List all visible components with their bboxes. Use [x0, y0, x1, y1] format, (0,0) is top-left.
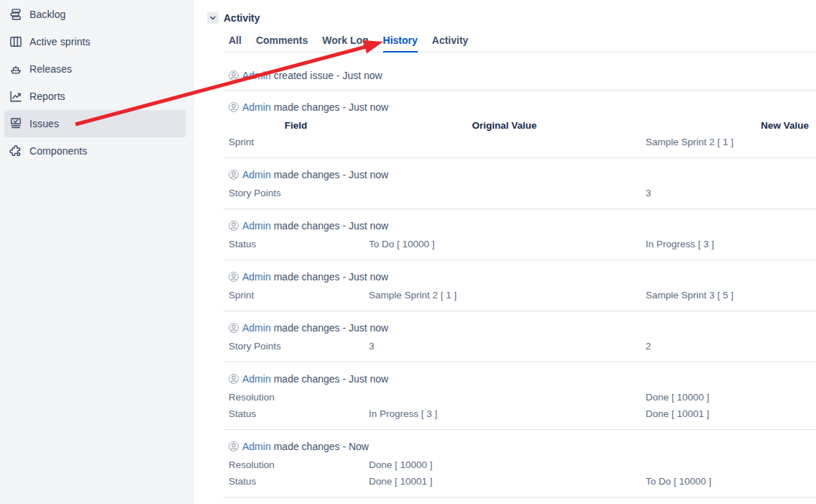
new-value-cell: Sample Sprint 3 [ 5 ]	[640, 287, 816, 303]
collapse-activity-button[interactable]	[207, 12, 219, 24]
user-avatar-icon	[229, 102, 239, 112]
new-value-column-header: New Value	[640, 117, 816, 134]
original-value-cell: Done [ 10001 ]	[363, 473, 640, 490]
sidebar-item-reports[interactable]: Reports	[4, 83, 186, 110]
user-link[interactable]: Admin	[242, 101, 271, 113]
history-entry: Admin made changes - Just now FieldOrigi…	[223, 91, 816, 158]
tab-history[interactable]: History	[383, 35, 418, 52]
user-link[interactable]: Admin	[242, 220, 271, 232]
entry-action-text: made changes - Just now	[274, 271, 389, 283]
history-entry: Admin created issue - Just now	[223, 59, 816, 91]
change-row: SprintSample Sprint 2 [ 1 ]Sample Sprint…	[223, 287, 816, 303]
sidebar-item-issues[interactable]: Issues	[4, 110, 186, 137]
user-link[interactable]: Admin	[242, 373, 271, 385]
user-avatar-icon	[229, 170, 239, 180]
change-row: StatusTo Do [ 10000 ]In Progress [ 3 ]	[223, 236, 816, 252]
entry-header: Admin made changes - Just now	[223, 100, 816, 114]
activity-tabs: All Comments Work Log History Activity	[223, 35, 816, 52]
tab-all[interactable]: All	[229, 35, 242, 52]
original-value-cell: In Progress [ 3 ]	[363, 406, 640, 422]
field-column-header: Field	[223, 117, 363, 134]
entry-action-text: created issue - Just now	[274, 70, 382, 81]
sidebar-item-releases[interactable]: Releases	[4, 55, 186, 83]
activity-section-title: Activity	[224, 12, 260, 24]
field-cell: Resolution	[223, 389, 363, 406]
sidebar-item-label: Releases	[29, 63, 72, 75]
entry-header: Admin made changes - Just now	[223, 219, 816, 233]
changes-table: Story Points32	[223, 338, 816, 354]
sidebar-item-label: Reports	[29, 91, 65, 102]
field-cell: Story Points	[223, 185, 363, 201]
change-row: StatusDone [ 10001 ]To Do [ 10000 ]	[223, 473, 816, 490]
field-cell: Story Points	[223, 338, 363, 354]
user-link[interactable]: Admin	[242, 271, 271, 283]
sidebar-item-active-sprints[interactable]: Active sprints	[4, 28, 186, 55]
chevron-down-icon	[208, 14, 217, 22]
field-cell: Sprint	[223, 287, 363, 303]
user-link[interactable]: Admin	[242, 70, 271, 81]
user-avatar-icon	[229, 221, 239, 231]
changes-table: Story Points3	[223, 185, 816, 201]
user-link[interactable]: Admin	[242, 322, 271, 334]
new-value-cell: To Do [ 10000 ]	[640, 473, 816, 490]
field-cell: Status	[223, 473, 363, 490]
user-avatar-icon	[229, 374, 239, 384]
change-row: StatusIn Progress [ 3 ]Done [ 10001 ]	[223, 406, 816, 422]
field-cell: Sprint	[223, 134, 363, 150]
sidebar-item-components[interactable]: Components	[4, 137, 186, 165]
new-value-cell: Sample Sprint 2 [ 1 ]	[640, 134, 816, 150]
changes-table: FieldOriginal ValueNew ValueSprintSample…	[223, 117, 816, 150]
history-entry: Admin made changes - Now ResolutionDone …	[223, 430, 816, 498]
history-entry: Admin made changes - Just now StatusTo D…	[223, 209, 816, 260]
history-entry: Admin made changes - Just now SprintSamp…	[223, 260, 816, 311]
entry-action-text: made changes - Just now	[274, 169, 389, 180]
entry-header: Admin made changes - Now	[223, 439, 816, 454]
entry-action-text: made changes - Just now	[274, 220, 389, 232]
change-row: SprintSample Sprint 2 [ 1 ]	[223, 134, 816, 150]
change-row: Story Points3	[223, 185, 816, 201]
original-value-cell: To Do [ 10000 ]	[363, 236, 640, 252]
entry-header: Admin made changes - Just now	[223, 372, 816, 386]
components-puzzle-icon	[9, 144, 23, 158]
reports-chart-icon	[9, 89, 23, 104]
history-entry: Admin made changes - Just now Story Poin…	[223, 158, 816, 209]
field-cell: Status	[223, 406, 363, 422]
original-value-cell	[363, 134, 640, 150]
activity-section-header: Activity	[207, 12, 816, 24]
user-avatar-icon	[229, 70, 239, 81]
tab-comments[interactable]: Comments	[256, 35, 308, 52]
user-link[interactable]: Admin	[242, 169, 271, 180]
tab-work-log[interactable]: Work Log	[322, 35, 368, 52]
tab-activity[interactable]: Activity	[432, 35, 469, 52]
entry-action-text: made changes - Now	[274, 441, 369, 452]
history-entry: Admin made changes - Just now Resolution…	[223, 362, 816, 430]
sidebar-item-label: Components	[29, 145, 87, 157]
new-value-cell: Done [ 10000 ]	[640, 389, 816, 406]
history-list: Admin created issue - Just now Admin mad…	[223, 59, 816, 498]
entry-action-text: made changes - Just now	[274, 322, 389, 334]
new-value-cell: Done [ 10001 ]	[640, 406, 816, 422]
entry-header: Admin made changes - Just now	[223, 168, 816, 182]
changes-table: ResolutionDone [ 10000 ]StatusDone [ 100…	[223, 457, 816, 490]
changes-table: StatusTo Do [ 10000 ]In Progress [ 3 ]	[223, 236, 816, 252]
new-value-cell	[640, 457, 816, 473]
change-row: ResolutionDone [ 10000 ]	[223, 457, 816, 473]
original-value-column-header: Original Value	[363, 117, 640, 134]
sidebar: Backlog Active sprints Releases	[0, 0, 194, 504]
sidebar-item-label: Issues	[29, 118, 59, 129]
releases-ship-icon	[9, 62, 23, 76]
main-content: Activity All Comments Work Log History A…	[194, 0, 816, 504]
new-value-cell: 3	[640, 185, 816, 201]
changes-header-row: FieldOriginal ValueNew Value	[223, 117, 816, 134]
original-value-cell	[363, 185, 640, 201]
user-avatar-icon	[229, 441, 239, 452]
changes-table: SprintSample Sprint 2 [ 1 ]Sample Sprint…	[223, 287, 816, 303]
change-row: Story Points32	[223, 338, 816, 354]
original-value-cell: 3	[363, 338, 640, 354]
sidebar-item-label: Active sprints	[29, 36, 91, 47]
issues-icon	[9, 116, 23, 131]
sidebar-item-label: Backlog	[29, 9, 66, 20]
change-row: ResolutionDone [ 10000 ]	[223, 389, 816, 406]
user-link[interactable]: Admin	[242, 441, 271, 452]
sidebar-item-backlog[interactable]: Backlog	[4, 1, 186, 28]
